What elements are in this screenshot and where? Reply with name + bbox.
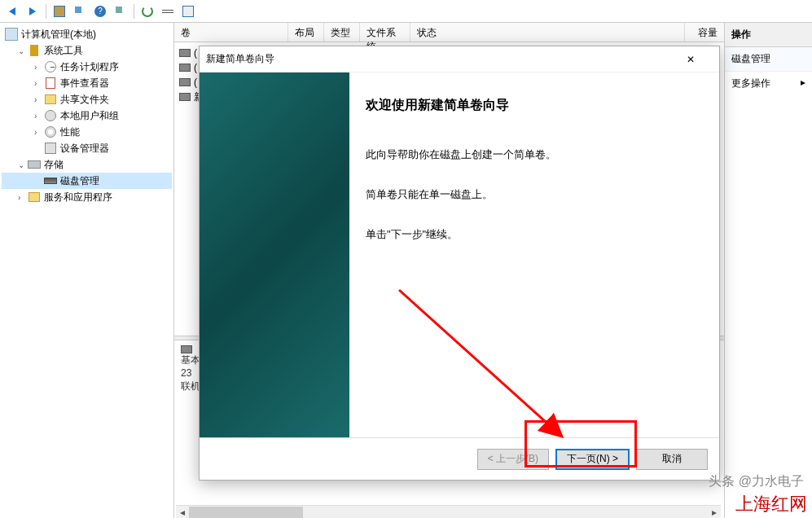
expand-icon[interactable]: › [18, 193, 28, 202]
performance-icon [44, 125, 57, 138]
toolbar: ? [0, 0, 812, 23]
separator [46, 4, 46, 19]
event-icon [44, 77, 57, 90]
view-icon [115, 6, 126, 17]
arrow-left-icon [9, 7, 15, 15]
service-icon [28, 191, 41, 204]
scroll-left-icon[interactable]: ◂ [176, 506, 189, 518]
tree-label: 服务和应用程序 [44, 191, 112, 204]
dialog-heading: 欢迎使用新建简单卷向导 [366, 97, 703, 114]
tree-label: 任务计划程序 [60, 60, 119, 74]
dialog-sidebar-graphic [200, 72, 349, 437]
tree-label: 计算机管理(本地) [21, 28, 96, 42]
cancel-button[interactable]: 取消 [636, 449, 708, 470]
more-actions-label: 更多操作 [731, 77, 770, 89]
list-icon [162, 6, 173, 17]
tree-root[interactable]: 计算机管理(本地) [2, 26, 172, 42]
navigation-tree[interactable]: 计算机管理(本地) ⌄ 系统工具 › 任务计划程序 › 事件查看器 › 共享文件… [0, 23, 174, 518]
help-icon: ? [94, 6, 106, 17]
dialog-titlebar[interactable]: 新建简单卷向导 ✕ [200, 46, 719, 72]
close-icon: ✕ [687, 54, 713, 65]
computer-icon [5, 28, 18, 41]
actions-title: 操作 [725, 23, 812, 47]
col-capacity[interactable]: 容量 [685, 23, 724, 42]
tree-label: 存储 [44, 158, 64, 172]
share-icon [44, 93, 57, 106]
dialog-title: 新建简单卷向导 [206, 52, 687, 66]
tree-storage[interactable]: ⌄ 存储 [2, 156, 172, 173]
dialog-body: 欢迎使用新建简单卷向导 此向导帮助你在磁盘上创建一个简单卷。 简单卷只能在单一磁… [200, 72, 719, 437]
grid-icon [74, 6, 86, 17]
arrow-right-icon [29, 7, 36, 15]
volume-icon [179, 64, 191, 72]
clock-icon [44, 60, 57, 73]
separator [134, 4, 134, 19]
actions-panel: 操作 磁盘管理 更多操作 ▸ [724, 23, 812, 518]
up-button[interactable] [50, 2, 68, 20]
tree-label: 共享文件夹 [60, 93, 109, 107]
tree-local-users[interactable]: › 本地用户和组 [2, 108, 172, 124]
nav-forward-button[interactable] [24, 2, 42, 20]
volume-icon [179, 49, 191, 57]
view-button[interactable] [112, 2, 129, 20]
refresh-icon [142, 6, 153, 17]
expand-icon[interactable]: › [34, 128, 44, 137]
actions-section: 磁盘管理 [725, 47, 812, 72]
col-type[interactable]: 类型 [324, 23, 360, 42]
tree-services-apps[interactable]: › 服务和应用程序 [2, 189, 172, 205]
scroll-right-icon[interactable]: ▸ [708, 506, 721, 518]
volume-columns: 卷 布局 类型 文件系统 状态 容量 [174, 23, 724, 42]
tree-label: 设备管理器 [60, 142, 109, 156]
close-button[interactable]: ✕ [687, 50, 713, 69]
tree-device-manager[interactable]: 设备管理器 [2, 140, 172, 156]
volume-label: ( [194, 77, 197, 88]
settings-button[interactable] [179, 2, 197, 20]
chevron-right-icon: ▸ [801, 77, 805, 88]
settings-icon [182, 6, 194, 17]
expand-icon[interactable]: › [34, 79, 44, 88]
dialog-text: 单击"下一步"继续。 [366, 226, 703, 244]
dialog-text: 此向导帮助你在磁盘上创建一个简单卷。 [366, 147, 703, 164]
tree-performance[interactable]: › 性能 [2, 124, 172, 140]
users-icon [44, 109, 57, 122]
watermark-brand: 上海红网 [735, 492, 807, 516]
col-filesystem[interactable]: 文件系统 [360, 23, 410, 42]
tree-event-viewer[interactable]: › 事件查看器 [2, 75, 172, 91]
tree-disk-management[interactable]: 磁盘管理 [2, 173, 172, 189]
folder-up-icon [54, 6, 65, 17]
nav-back-button[interactable] [3, 2, 21, 20]
col-status[interactable]: 状态 [410, 23, 685, 42]
tree-task-scheduler[interactable]: › 任务计划程序 [2, 59, 172, 75]
tree-label: 磁盘管理 [60, 174, 99, 188]
volume-icon [179, 78, 191, 86]
storage-icon [28, 158, 41, 171]
volume-icon [179, 93, 191, 101]
expand-icon[interactable]: › [34, 112, 44, 121]
tree-shared-folders[interactable]: › 共享文件夹 [2, 91, 172, 108]
volume-label: ( [194, 62, 197, 73]
disk-icon [181, 345, 192, 353]
properties-button[interactable] [71, 2, 89, 20]
help-button[interactable]: ? [91, 2, 109, 20]
horizontal-scrollbar[interactable]: ◂ ▸ [176, 505, 721, 518]
collapse-icon[interactable]: ⌄ [18, 46, 28, 55]
collapse-icon[interactable]: ⌄ [18, 160, 28, 169]
watermark-source: 头条 @力水电子 [709, 473, 804, 490]
tree-label: 系统工具 [44, 44, 83, 58]
tools-icon [28, 44, 41, 57]
tree-label: 性能 [60, 125, 80, 139]
more-actions[interactable]: 更多操作 ▸ [725, 72, 812, 95]
tree-system-tools[interactable]: ⌄ 系统工具 [2, 42, 172, 59]
expand-icon[interactable]: › [34, 95, 44, 104]
dialog-content: 欢迎使用新建简单卷向导 此向导帮助你在磁盘上创建一个简单卷。 简单卷只能在单一磁… [349, 72, 719, 437]
expand-icon[interactable]: › [34, 63, 44, 72]
col-layout[interactable]: 布局 [288, 23, 324, 42]
scroll-thumb[interactable] [189, 507, 303, 518]
tree-label: 本地用户和组 [60, 109, 119, 123]
tree-label: 事件查看器 [60, 77, 109, 90]
back-button: < 上一步(B) [477, 449, 549, 470]
refresh-button[interactable] [138, 2, 156, 20]
col-volume[interactable]: 卷 [174, 23, 288, 42]
list-button[interactable] [159, 2, 177, 20]
next-button[interactable]: 下一页(N) > [555, 449, 630, 470]
